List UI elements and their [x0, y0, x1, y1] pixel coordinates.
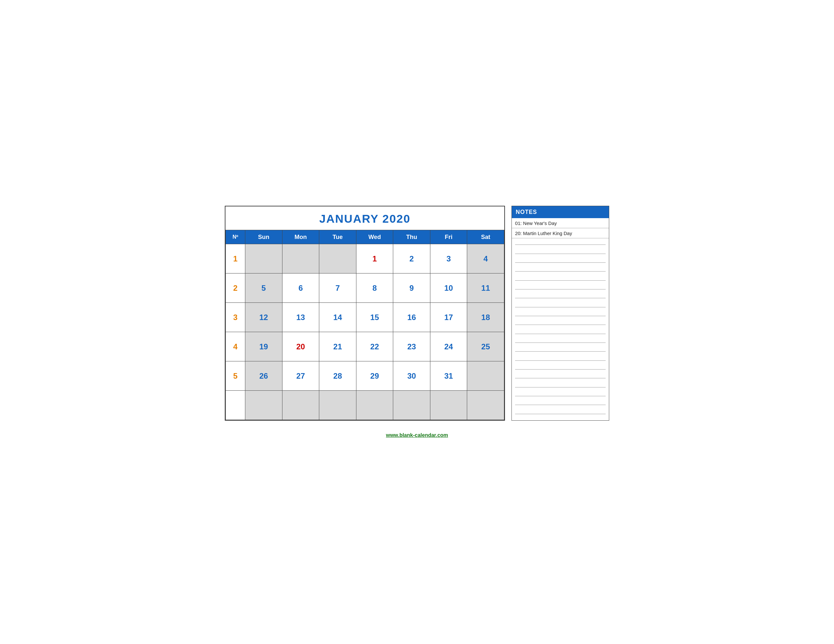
calendar-day: 4 [467, 244, 504, 273]
notes-line [515, 414, 606, 414]
calendar-day: 29 [356, 362, 393, 391]
notes-line [515, 262, 606, 263]
calendar-day: 28 [319, 362, 356, 391]
notes-line [515, 369, 606, 370]
calendar-day: 27 [282, 362, 319, 391]
calendar-day: 26 [245, 362, 283, 391]
calendar-day: 8 [356, 273, 393, 303]
calendar-day: 12 [245, 303, 283, 332]
notes-line [515, 280, 606, 281]
week-num-2: 2 [226, 273, 245, 303]
footer: www.blank-calendar.com [386, 433, 448, 438]
calendar-day: 2 [393, 244, 430, 273]
notes-line [515, 360, 606, 361]
calendar-day: 24 [430, 332, 467, 362]
calendar-grid: Nº Sun Mon Tue Wed Thu Fri Sat 112342567… [225, 230, 504, 420]
week-num-5: 5 [226, 362, 245, 391]
calendar-day [282, 391, 319, 420]
header-fri: Fri [430, 230, 467, 244]
calendar-day [319, 244, 356, 273]
notes-container: NOTES 01: New Year's Day 20: Martin Luth… [511, 206, 609, 421]
notes-line [515, 405, 606, 405]
notes-line [515, 271, 606, 271]
notes-line [515, 298, 606, 298]
header-week-num: Nº [226, 230, 245, 244]
calendar-day [356, 391, 393, 420]
calendar-day: 15 [356, 303, 393, 332]
notes-line [515, 253, 606, 254]
calendar-day: 23 [393, 332, 430, 362]
calendar-day: 25 [467, 332, 504, 362]
notes-line [515, 316, 606, 316]
header-wed: Wed [356, 230, 393, 244]
calendar-day: 3 [430, 244, 467, 273]
header-thu: Thu [393, 230, 430, 244]
calendar-day: 17 [430, 303, 467, 332]
notes-holiday-1: 01: New Year's Day [512, 218, 609, 228]
week-num-3: 3 [226, 303, 245, 332]
header-tue: Tue [319, 230, 356, 244]
calendar-day: 7 [319, 273, 356, 303]
calendar-day: 5 [245, 273, 283, 303]
calendar-day [430, 391, 467, 420]
header-mon: Mon [282, 230, 319, 244]
week-num-4: 4 [226, 332, 245, 362]
calendar-day [245, 391, 283, 420]
header-sun: Sun [245, 230, 283, 244]
notes-line [515, 378, 606, 378]
notes-line [515, 387, 606, 387]
week-num-6 [226, 391, 245, 420]
calendar-day [282, 244, 319, 273]
notes-line [515, 342, 606, 343]
calendar-title: JANUARY 2020 [225, 207, 504, 230]
calendar-day: 6 [282, 273, 319, 303]
notes-line [515, 334, 606, 334]
calendar-day [467, 391, 504, 420]
notes-line [515, 324, 606, 325]
notes-line [515, 289, 606, 289]
calendar-day: 14 [319, 303, 356, 332]
calendar-day: 11 [467, 273, 504, 303]
calendar-day [319, 391, 356, 420]
calendar-day: 13 [282, 303, 319, 332]
calendar-day: 18 [467, 303, 504, 332]
header-sat: Sat [467, 230, 504, 244]
calendar-day [245, 244, 283, 273]
notes-header: NOTES [512, 206, 609, 218]
notes-holiday-2: 20: Martin Luther King Day [512, 228, 609, 238]
calendar-day: 16 [393, 303, 430, 332]
notes-line [515, 396, 606, 396]
calendar-container: JANUARY 2020 Nº Sun Mon Tue Wed Thu Fri … [225, 206, 505, 421]
calendar-day [393, 391, 430, 420]
calendar-day: 31 [430, 362, 467, 391]
calendar-day: 19 [245, 332, 283, 362]
calendar-day: 10 [430, 273, 467, 303]
notes-line [515, 351, 606, 352]
footer-link[interactable]: www.blank-calendar.com [386, 433, 448, 438]
main-content: JANUARY 2020 Nº Sun Mon Tue Wed Thu Fri … [225, 206, 609, 421]
calendar-day: 9 [393, 273, 430, 303]
page-wrapper: JANUARY 2020 Nº Sun Mon Tue Wed Thu Fri … [225, 206, 609, 438]
week-num-1: 1 [226, 244, 245, 273]
calendar-day: 30 [393, 362, 430, 391]
notes-line [515, 307, 606, 307]
calendar-day: 22 [356, 332, 393, 362]
calendar-day: 1 [356, 244, 393, 273]
calendar-day [467, 362, 504, 391]
calendar-day: 20 [282, 332, 319, 362]
notes-lines [512, 238, 609, 420]
calendar-day: 21 [319, 332, 356, 362]
